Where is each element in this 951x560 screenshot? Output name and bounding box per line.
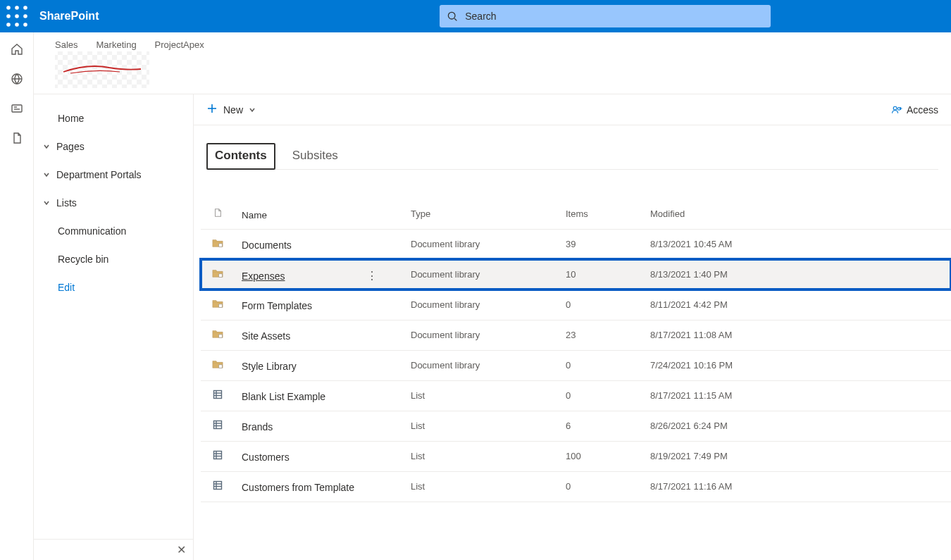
tab-contents[interactable]: Contents [206, 143, 275, 170]
svg-point-5 [23, 14, 27, 18]
table-row[interactable]: Blank List ExampleList08/17/2021 11:15 A… [201, 380, 951, 411]
brand-label[interactable]: SharePoint [39, 10, 99, 23]
row-name[interactable]: Customers [242, 452, 290, 463]
nav-label: Department Portals [56, 169, 142, 180]
new-button[interactable]: New [206, 103, 256, 117]
doclib-icon [212, 268, 223, 278]
tabs: Contents Subsites [206, 142, 938, 170]
new-label: New [223, 104, 243, 116]
tab-subsites[interactable]: Subsites [284, 143, 347, 170]
table-row[interactable]: Site AssetsDocument library238/17/2021 1… [201, 320, 951, 350]
svg-point-9 [449, 12, 456, 19]
row-name[interactable]: Site Assets [242, 330, 290, 342]
column-modified[interactable]: Modified [643, 199, 951, 229]
table-row[interactable]: CustomersList1008/19/2021 7:49 PM [201, 441, 951, 471]
row-type: List [404, 441, 559, 471]
row-items: 0 [559, 380, 643, 411]
nav-label: Home [58, 113, 84, 124]
table-row[interactable]: Customers from TemplateList08/17/2021 11… [201, 471, 951, 502]
home-icon[interactable] [10, 42, 24, 56]
svg-rect-36 [214, 482, 222, 490]
access-button[interactable]: Access [891, 104, 938, 116]
chevron-down-icon [42, 171, 51, 178]
row-name[interactable]: Customers from Template [242, 482, 354, 493]
nav-department-portals[interactable]: Department Portals [34, 161, 193, 189]
globe-icon[interactable] [10, 72, 24, 86]
table-row[interactable]: DocumentsDocument library398/13/2021 10:… [201, 229, 951, 259]
breadcrumb-item[interactable]: Marketing [97, 39, 137, 50]
search-placeholder: Search [465, 11, 496, 22]
list-icon [213, 480, 223, 490]
nav-lists[interactable]: Lists [34, 189, 193, 217]
breadcrumb-item[interactable]: Sales [55, 39, 78, 50]
row-modified: 8/11/2021 4:42 PM [643, 290, 951, 320]
row-type: Document library [404, 290, 559, 320]
more-actions-icon[interactable]: ⋮ [362, 270, 382, 282]
search-icon [447, 11, 458, 22]
breadcrumb-item[interactable]: ProjectApex [155, 39, 204, 50]
row-type: List [404, 411, 559, 441]
svg-rect-22 [219, 335, 222, 337]
news-icon[interactable] [10, 101, 24, 116]
svg-point-6 [6, 23, 11, 27]
column-type[interactable]: Type [404, 199, 559, 229]
svg-point-8 [23, 23, 27, 27]
column-name[interactable]: Name [235, 199, 404, 229]
list-icon [213, 420, 223, 430]
row-items: 0 [559, 471, 643, 502]
row-name[interactable]: Style Library [242, 361, 297, 372]
row-modified: 7/24/2021 10:16 PM [643, 350, 951, 380]
row-name[interactable]: Expenses [242, 270, 285, 282]
svg-rect-21 [219, 304, 222, 307]
row-name[interactable]: Brands [242, 421, 273, 433]
row-name[interactable]: Documents [242, 239, 292, 251]
list-icon [213, 450, 223, 460]
doclib-icon [212, 238, 223, 248]
table-row[interactable]: BrandsList68/26/2021 6:24 PM [201, 411, 951, 441]
svg-point-0 [6, 6, 11, 10]
row-items: 39 [559, 229, 643, 259]
row-type: Document library [404, 320, 559, 350]
row-type: Document library [404, 229, 559, 259]
row-name[interactable]: Blank List Example [242, 391, 325, 402]
row-type: List [404, 380, 559, 411]
table-row[interactable]: Form TemplatesDocument library08/11/2021… [201, 290, 951, 320]
column-icon[interactable] [201, 199, 235, 229]
row-items: 0 [559, 290, 643, 320]
row-items: 23 [559, 320, 643, 350]
page-icon [212, 208, 223, 218]
nav-edit[interactable]: Edit [34, 273, 193, 301]
row-name[interactable]: Form Templates [242, 300, 312, 311]
row-items: 100 [559, 441, 643, 471]
nav-recycle-bin[interactable]: Recycle bin [34, 245, 193, 273]
site-logo[interactable] [55, 51, 149, 88]
svg-point-17 [893, 106, 897, 110]
table-row[interactable]: Style LibraryDocument library07/24/2021 … [201, 350, 951, 380]
svg-rect-20 [219, 274, 222, 277]
search-input[interactable]: Search [440, 5, 771, 27]
column-items[interactable]: Items [559, 199, 643, 229]
svg-rect-28 [214, 421, 222, 429]
nav-pages[interactable]: Pages [34, 132, 193, 161]
table-row[interactable]: Expenses⋮Document library108/13/2021 1:4… [201, 259, 951, 290]
close-icon[interactable]: ✕ [177, 543, 186, 556]
breadcrumb: Sales Marketing ProjectApex [55, 39, 930, 50]
row-modified: 8/13/2021 10:45 AM [643, 229, 951, 259]
row-modified: 8/19/2021 7:49 PM [643, 441, 951, 471]
svg-rect-32 [214, 452, 222, 459]
list-icon [213, 390, 223, 399]
nav-home[interactable]: Home [34, 104, 193, 132]
svg-line-10 [454, 18, 456, 20]
row-type: Document library [404, 259, 559, 290]
svg-point-7 [15, 23, 19, 27]
app-launcher-icon[interactable] [6, 5, 28, 27]
plus-icon [206, 103, 218, 117]
row-items: 10 [559, 259, 643, 290]
row-items: 6 [559, 411, 643, 441]
row-modified: 8/13/2021 1:40 PM [643, 259, 951, 290]
row-modified: 8/17/2021 11:15 AM [643, 380, 951, 411]
svg-rect-24 [214, 391, 222, 399]
nav-communication[interactable]: Communication [34, 217, 193, 245]
file-icon[interactable] [10, 131, 24, 145]
svg-rect-23 [219, 365, 222, 368]
